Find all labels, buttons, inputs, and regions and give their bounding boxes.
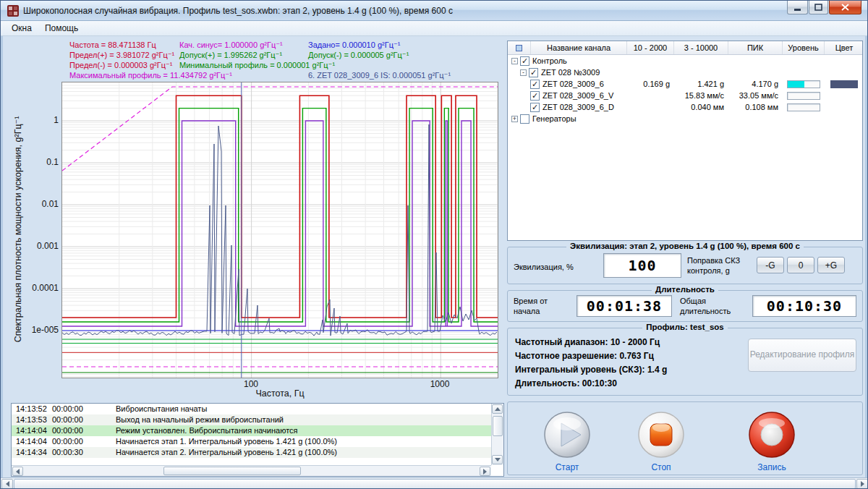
log-horizontal-scrollbar[interactable] (12, 465, 491, 476)
profile-integral-level: Интегральный уровень (СКЗ): 1.4 g (515, 365, 667, 375)
channel-name: ZET 028_3009_6_D (542, 103, 614, 111)
spectrum-plot[interactable] (61, 82, 498, 378)
collapse-expander-icon[interactable]: - (520, 69, 527, 76)
log-elapsed: 00:00:00 (52, 425, 116, 436)
menu-help[interactable]: Помощь (38, 22, 85, 35)
annotation-limit-plus: Предел(+) = 3.981072 g²Гц⁻¹ (69, 51, 174, 60)
channel-name: ZET 028_3009_6_V (542, 91, 613, 100)
annotation-setpoint: Задано= 0.000010 g²Гц⁻¹ (308, 41, 400, 50)
log-message: Режим установлен. Виброиспытания начинаю… (116, 425, 503, 436)
channel-name: ZET 028_3009_6 (542, 80, 604, 88)
event-log: 14:13:52 00:00:00 Виброиспытания начаты … (11, 403, 504, 477)
channel-wide-value: 1.421 g (674, 80, 728, 88)
app-horizontal-scrollbar[interactable] (1, 477, 868, 489)
duration-group-title: Длительность (508, 285, 862, 294)
level-meter (787, 103, 820, 111)
header-level[interactable]: Уровень (783, 41, 825, 54)
zero-g-button[interactable]: 0 (787, 257, 814, 273)
header-band-3-10000[interactable]: 3 - 10000 (674, 41, 728, 54)
maximize-button[interactable] (809, 1, 828, 14)
log-elapsed: 00:00:00 (52, 404, 116, 414)
annotation-channel-is: 6. ZET 028_3009_6 IS: 0.000051 g²Гц⁻¹ (308, 71, 451, 80)
spectrum-plot-canvas (62, 82, 498, 378)
scroll-up-button[interactable] (492, 404, 503, 414)
log-row[interactable]: 14:14:04 00:00:00 Начинается этап 1. Инт… (12, 436, 503, 447)
close-button[interactable] (829, 1, 861, 14)
record-label: Запись (746, 462, 797, 472)
start-label: Старт (542, 462, 592, 472)
log-message: Начинается этап 1. Интегральный уровень … (116, 436, 503, 447)
x-tick-label: 1000 (425, 379, 454, 389)
minus-g-button[interactable]: -G (757, 257, 784, 273)
log-time: 14:13:53 (12, 414, 52, 425)
log-row[interactable]: 14:14:04 00:00:00 Режим установлен. Вибр… (12, 425, 503, 436)
scroll-right-button[interactable] (480, 467, 490, 476)
log-time: 14:14:34 (12, 447, 52, 458)
profile-group: Профиль: test_sos Частотный диапазон: 10… (507, 328, 863, 396)
tree-row-device[interactable]: - ✓ ZET 028 №3009 (508, 67, 862, 78)
annotation-tolerance-plus: Допуск(+) = 1.995262 g²Гц⁻¹ (179, 51, 282, 60)
annotation-frequency: Частота = 88.471138 Гц (69, 41, 156, 49)
scroll-thumb[interactable] (14, 479, 856, 489)
duration-group: Длительность Время от начала 00:01:38 Об… (507, 290, 863, 322)
profile-frequency-range: Частотный диапазон: 10 - 2000 Гц (515, 337, 660, 347)
scroll-down-button[interactable] (492, 455, 503, 464)
log-elapsed: 00:00:30 (52, 447, 116, 458)
channel-band-value: 0.169 g (627, 80, 674, 88)
y-axis-label: Спектральная плотность мощности ускорени… (12, 82, 23, 377)
header-select-all[interactable] (508, 41, 531, 54)
scroll-right-button[interactable] (856, 479, 868, 489)
log-vertical-scrollbar[interactable] (491, 404, 503, 465)
scroll-left-button[interactable] (1, 479, 13, 489)
log-row[interactable]: 14:13:52 00:00:00 Виброиспытания начаты (12, 404, 503, 414)
channel-table: Название канала 10 - 2000 3 - 10000 ПИК … (507, 41, 863, 241)
checkbox-checked[interactable]: ✓ (530, 80, 540, 89)
y-tick-label: 1e-005 (27, 325, 59, 335)
header-color[interactable]: Цвет (825, 41, 864, 54)
channel-row[interactable]: ✓ ZET 028_3009_6_D 0.040 мм 0.108 мм (508, 101, 862, 113)
title-bar[interactable]: Широкополосная случайная вибрация. Профи… (1, 1, 867, 21)
log-time: 14:14:04 (12, 436, 52, 447)
scroll-left-button[interactable] (12, 467, 23, 476)
stop-label: Стоп (636, 462, 686, 472)
expand-expander-icon[interactable]: + (511, 116, 518, 122)
stop-button[interactable]: Стоп (636, 409, 686, 472)
annotation-max-profile: Максимальный профиль = 11.434792 g²Гц⁻¹ (69, 71, 232, 80)
channel-row[interactable]: ✓ ZET 028_3009_6_V 15.83 мм/с 33.05 мм/с (508, 90, 862, 101)
checkbox-checked[interactable]: ✓ (520, 56, 529, 66)
checkbox-checked[interactable]: ✓ (530, 91, 540, 101)
checkbox-unchecked[interactable] (520, 114, 529, 124)
scroll-thumb[interactable] (163, 467, 301, 475)
checkbox-checked[interactable]: ✓ (530, 103, 540, 112)
log-elapsed: 00:00:00 (52, 414, 116, 425)
scroll-thumb[interactable] (493, 416, 503, 436)
header-band-10-2000[interactable]: 10 - 2000 (627, 41, 674, 54)
window-title: Широкополосная случайная вибрация. Профи… (23, 6, 453, 16)
collapse-expander-icon[interactable]: - (511, 58, 518, 64)
minimize-button[interactable] (787, 1, 808, 14)
profile-frequency-resolution: Частотное разрешение: 0.763 Гц (515, 351, 654, 361)
log-message: Начинается этап 2. Интегральный уровень … (116, 447, 503, 458)
start-icon (542, 409, 592, 460)
plus-g-button[interactable]: +G (817, 257, 845, 273)
annotation-sweep-sine: Кач. синус= 1.000000 g²Гц⁻¹ (179, 41, 283, 50)
channel-table-header: Название канала 10 - 2000 3 - 10000 ПИК … (508, 41, 862, 55)
log-row[interactable]: 14:14:34 00:00:30 Начинается этап 2. Инт… (12, 447, 503, 458)
y-tick-label: 0.1 (27, 157, 59, 167)
checkbox-checked[interactable]: ✓ (529, 68, 538, 77)
channel-row[interactable]: ✓ ZET 028_3009_6 0.169 g 1.421 g 4.170 g (508, 78, 862, 90)
header-peak[interactable]: ПИК (728, 41, 783, 54)
log-row[interactable]: 14:13:53 00:00:00 Выход на начальный реж… (12, 414, 503, 425)
start-button[interactable]: Старт (542, 409, 592, 472)
equalization-label: Эквилизация, % (514, 263, 574, 273)
header-channel-name[interactable]: Название канала (531, 41, 627, 54)
menu-windows[interactable]: Окна (5, 22, 38, 35)
edit-profile-button[interactable]: Редактирование профиля (748, 339, 856, 372)
record-button[interactable]: Запись (746, 409, 797, 472)
channel-peak-value: 0.108 мм (728, 103, 783, 111)
tree-label: Контроль (532, 56, 567, 65)
tree-row-control[interactable]: - ✓ Контроль (508, 55, 862, 67)
log-time: 14:14:04 (12, 425, 52, 436)
tree-row-generators[interactable]: + Генераторы (508, 113, 862, 124)
profile-group-title: Профиль: test_sos (508, 323, 862, 331)
